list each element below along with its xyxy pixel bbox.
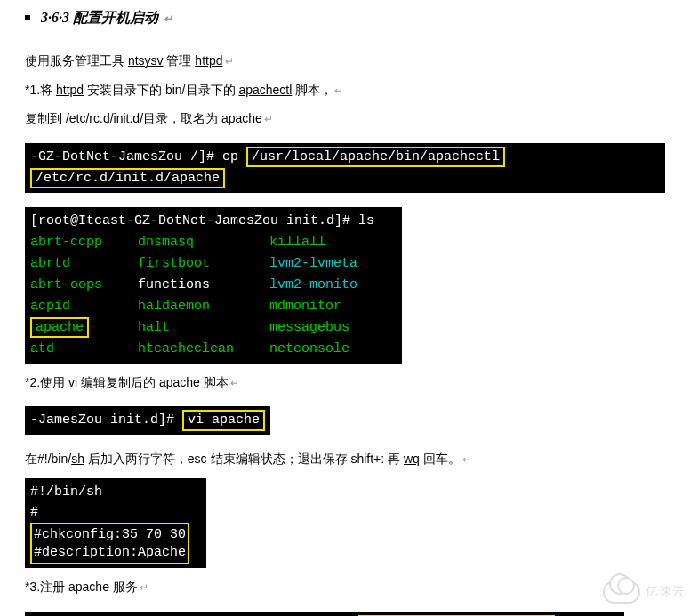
apache-highlight: apache	[30, 317, 89, 339]
line-return-icon: ↵	[225, 55, 234, 68]
ls-item: lvm2-monito	[269, 275, 357, 296]
link-ntsysv: ntsysv	[128, 53, 164, 68]
text: 后加入两行字符，esc 结束编辑状态；退出保存 shift+: 再	[84, 452, 404, 466]
path-initd: etc/rc.d/init.d	[69, 111, 140, 125]
text: 复制到 /	[25, 111, 69, 125]
cp-source-path: /usr/local/apache/bin/apachectl	[246, 147, 505, 168]
line-return-icon: ↵	[462, 453, 471, 466]
prompt: -JamesZou init.d]#	[30, 412, 182, 428]
text: *2.使用 vi 编辑复制后的 apache 脚本	[25, 375, 229, 389]
line-return-icon: ↵	[264, 113, 273, 125]
text: 回车。	[420, 452, 461, 466]
sh-shebang: #!/bin/sh	[30, 482, 201, 502]
line-return-icon: ↵	[230, 377, 239, 389]
step-2-line: *2.使用 vi 编辑复制后的 apache 脚本↵	[25, 371, 673, 395]
text: *1.将	[25, 83, 56, 97]
text: /目录，取名为 apache	[140, 111, 262, 125]
sh-description-line: #description:Apache	[34, 544, 186, 562]
step-1-line-a: *1.将 httpd 安装目录下的 bin/目录下的 apachectl 脚本，…	[25, 78, 673, 102]
word-wq: wq	[404, 452, 420, 466]
terminal-sh-script: #!/bin/sh # #chkconfig:35 70 30 #descrip…	[25, 478, 206, 569]
text: 使用服务管理工具	[25, 53, 128, 68]
text: 在#!/bin/	[25, 452, 71, 466]
step-3-line: *3.注册 apache 服务↵	[25, 575, 673, 599]
terminal-ls-output: [root@Itcast-GZ-DotNet-JamesZou init.d]#…	[25, 207, 402, 364]
ls-item: htcacheclean	[138, 339, 234, 360]
terminal-cp-command: -GZ-DotNet-JamesZou /]# cp /usr/local/ap…	[25, 143, 665, 193]
ls-item: mdmonitor	[269, 296, 357, 317]
text: *3.注册 apache 服务	[25, 580, 138, 594]
ls-item: acpid	[30, 296, 102, 317]
ls-item: netconsole	[269, 339, 357, 360]
word-apachectl: apachectl	[238, 83, 292, 97]
cp-dest-path: /etc/rc.d/init.d/apache	[30, 168, 225, 189]
section-heading: 3·6·3 配置开机启动 ↵	[25, 9, 673, 28]
ls-item: haldaemon	[138, 296, 234, 317]
ls-col-2: dnsmasq firstboot functions haldaemon ha…	[138, 232, 234, 360]
ls-item: halt	[138, 317, 234, 339]
prompt-ls: [root@Itcast-GZ-DotNet-JamesZou init.d]#…	[30, 211, 397, 232]
section-number-title: 3·6·3 配置开机启动	[41, 10, 158, 25]
sh-chkconfig-line: #chkconfig:35 70 30	[34, 526, 186, 544]
prompt: -GZ-DotNet-JamesZou /]# cp	[30, 149, 246, 164]
ls-item-functions: functions	[138, 275, 234, 296]
text: 安装目录下的 bin/目录下的	[84, 83, 238, 97]
step-1-line-b: 复制到 /etc/rc.d/init.d/目录，取名为 apache↵	[25, 107, 673, 131]
ls-item: atd	[30, 339, 102, 360]
intro-line-1: 使用服务管理工具 ntsysv 管理 httpd↵	[25, 49, 673, 73]
ls-item: dnsmasq	[138, 232, 234, 253]
ls-item: abrt-oops	[30, 275, 102, 296]
word-sh: sh	[71, 452, 84, 466]
line-return-icon: ↵	[334, 84, 343, 97]
line-return-icon: ↵	[140, 581, 148, 594]
ls-item: abrt-ccpp	[30, 232, 102, 253]
text: 脚本，	[292, 83, 333, 97]
word-httpd: httpd	[56, 83, 84, 97]
text: 管理	[164, 53, 196, 68]
bullet-icon	[25, 15, 30, 20]
sh-instruction: 在#!/bin/sh 后加入两行字符，esc 结束编辑状态；退出保存 shift…	[25, 447, 673, 471]
sh-hl-wrap: #chkconfig:35 70 30 #description:Apache	[30, 523, 201, 564]
terminal-vi-command: -JamesZou init.d]# vi apache	[25, 406, 270, 435]
ls-item: abrtd	[30, 253, 102, 275]
line-return-icon: ↵	[164, 12, 172, 25]
terminal-chkconfig-command: [root@Itcast-GZ-DotNet-JamesZou init.d]#…	[25, 612, 624, 616]
ls-item: messagebus	[269, 317, 357, 339]
link-httpd: httpd	[195, 53, 222, 68]
ls-item: lvm2-lvmeta	[269, 253, 357, 275]
sh-comment: #	[30, 502, 201, 523]
ls-item: firstboot	[138, 253, 234, 275]
ls-col-1: abrt-ccpp abrtd abrt-oops acpid apache a…	[30, 232, 102, 360]
ls-col-3: killall lvm2-lvmeta lvm2-monito mdmonito…	[269, 232, 357, 360]
ls-item-apache: apache	[30, 317, 102, 339]
vi-apache-cmd: vi apache	[182, 410, 265, 431]
ls-item: killall	[269, 232, 357, 253]
